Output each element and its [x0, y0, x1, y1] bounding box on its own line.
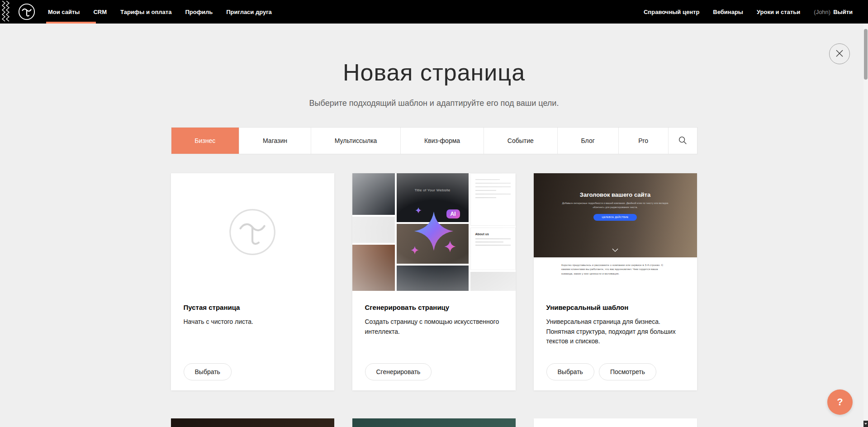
select-universal-button[interactable]: Выбрать [546, 363, 594, 380]
preview-universal-button[interactable]: Посмотреть [599, 363, 656, 380]
preview-body-text: Коротко представьтесь и расскажите о ком… [561, 263, 669, 275]
template-search-button[interactable] [668, 128, 697, 154]
topbar-secondary-nav: Справочный центр Вебинары Уроки и статьи… [630, 0, 853, 24]
card-universal-template[interactable]: Заголовок вашего сайта Добавьте интересн… [534, 173, 697, 390]
generate-page-button[interactable]: Сгенерировать [365, 363, 432, 380]
nav-profile[interactable]: Профиль [185, 0, 213, 24]
preview-cta-button: Целевое действие [593, 214, 637, 221]
universal-template-preview: Заголовок вашего сайта Добавьте интересн… [534, 173, 697, 291]
ai-sparkles-icon [352, 173, 516, 291]
logout-link[interactable]: Выйти [833, 9, 853, 15]
tab-business[interactable]: Бизнес [171, 128, 239, 154]
tab-pro[interactable]: Pro [618, 128, 668, 154]
template-card-partial-3[interactable] [534, 418, 697, 427]
help-button[interactable]: ? [827, 389, 853, 415]
tab-event[interactable]: Событие [484, 128, 557, 154]
template-cards-row: Пустая страница Начать с чистого листа. … [171, 173, 697, 390]
close-button[interactable] [829, 43, 850, 64]
nav-help-center[interactable]: Справочный центр [644, 0, 699, 24]
blank-page-preview [171, 173, 334, 291]
card-title: Универсальный шаблон [546, 304, 684, 311]
template-category-tabs: Бизнес Магазин Мультиссылка Квиз-форма С… [171, 127, 697, 154]
tab-store[interactable]: Магазин [239, 128, 311, 154]
card-blank-page[interactable]: Пустая страница Начать с чистого листа. … [171, 173, 334, 390]
preview-hero-title: Заголовок вашего сайта [534, 191, 697, 198]
ai-generate-preview: Title of Your Website About us [352, 173, 516, 291]
tab-quiz-form[interactable]: Квиз-форма [400, 128, 484, 154]
nav-pricing[interactable]: Тарифы и оплата [120, 0, 171, 24]
search-icon [678, 135, 688, 147]
page-title: Новая страница [0, 59, 868, 86]
card-description: Универсальная страница для бизнеса. Поня… [546, 317, 684, 346]
tab-blog[interactable]: Блог [557, 128, 618, 154]
scrollbar-down-arrow[interactable] [863, 421, 868, 427]
nav-crm[interactable]: CRM [93, 0, 107, 24]
scrollbar[interactable] [863, 24, 868, 427]
card-title: Пустая страница [184, 304, 322, 311]
ai-badge: AI [446, 209, 460, 218]
chevron-down-icon [612, 246, 618, 254]
scrollbar-thumb[interactable] [864, 29, 868, 80]
template-card-partial-2[interactable] [352, 418, 516, 427]
card-ai-generate[interactable]: Title of Your Website About us [352, 173, 516, 390]
user-name: (John) [814, 9, 830, 15]
card-title: Сгенерировать страницу [365, 304, 503, 311]
tilda-watermark-icon [228, 208, 276, 256]
nav-invite-friend[interactable]: Пригласи друга [226, 0, 272, 24]
card-description: Начать с чистого листа. [184, 317, 322, 327]
user-chunk: (John) Выйти [814, 9, 853, 15]
tilda-logo-icon[interactable] [18, 3, 35, 20]
select-blank-button[interactable]: Выбрать [184, 363, 232, 380]
close-icon [835, 49, 844, 59]
page-subtitle: Выберите подходящий шаблон и адаптируйте… [0, 99, 868, 108]
topbar-main-nav: Мои сайты CRM Тарифы и оплата Профиль Пр… [48, 0, 285, 24]
drag-pattern-icon [0, 0, 12, 24]
tab-multilink[interactable]: Мультиссылка [311, 128, 400, 154]
template-cards-row-2 [171, 418, 697, 427]
nav-my-sites[interactable]: Мои сайты [48, 0, 80, 24]
nav-lessons[interactable]: Уроки и статьи [757, 0, 800, 24]
card-description: Создать страницу с помощью искусственног… [365, 317, 503, 337]
preview-hero-subtitle: Добавьте интересные подробности о вашей … [556, 201, 674, 209]
topbar: Мои сайты CRM Тарифы и оплата Профиль Пр… [0, 0, 868, 24]
template-card-partial-1[interactable] [171, 418, 334, 427]
nav-webinars[interactable]: Вебинары [713, 0, 743, 24]
